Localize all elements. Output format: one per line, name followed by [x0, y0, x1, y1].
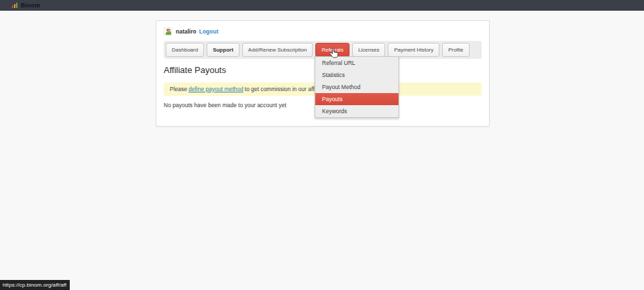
define-payout-method-link[interactable]: define payout method: [189, 86, 244, 92]
tab-add-renew-subscription[interactable]: Add/Renew Subscription: [242, 43, 313, 57]
tab-licenses[interactable]: Licenses: [352, 43, 386, 57]
menu-item-statistics[interactable]: Statistics: [315, 69, 398, 81]
menu-item-keywords[interactable]: Keywords: [315, 105, 398, 117]
brand-name: Binom: [21, 2, 40, 9]
user-avatar-icon: [164, 27, 172, 35]
referrals-dropdown-menu: Referral URL Statistics Payout Method Pa…: [315, 56, 399, 118]
alert-text-prefix: Please: [170, 86, 187, 92]
logout-link[interactable]: Logout: [199, 28, 219, 35]
user-row: nataliro Logout: [164, 27, 482, 36]
username: nataliro: [176, 28, 197, 35]
menu-item-referral-url[interactable]: Referral URL: [315, 57, 398, 69]
menu-item-payout-method[interactable]: Payout Method: [315, 81, 398, 93]
binom-logo-icon: [12, 3, 17, 8]
tab-dashboard[interactable]: Dashboard: [166, 43, 204, 57]
link-preview-statusbar: https://cp.binom.org/aff/aff: [0, 280, 70, 290]
menu-item-payouts[interactable]: Payouts: [315, 93, 398, 105]
tab-payment-history[interactable]: Payment History: [388, 43, 439, 57]
tab-profile[interactable]: Profile: [442, 43, 470, 57]
tab-support[interactable]: Support: [207, 43, 239, 57]
tab-referrals[interactable]: Referrals: [315, 43, 349, 57]
topbar: Binom: [0, 0, 644, 11]
